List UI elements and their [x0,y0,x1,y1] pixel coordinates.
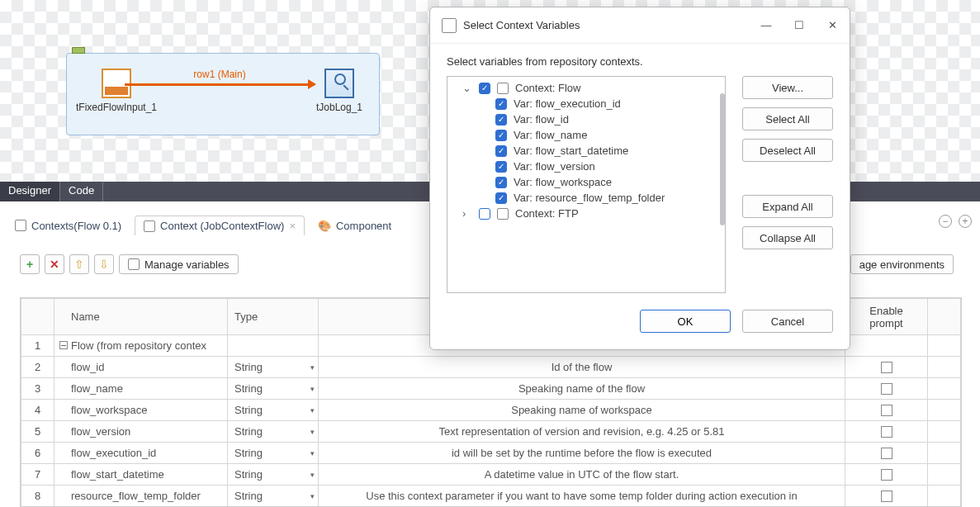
tree-var-row[interactable]: ✓Var: flow_id [447,111,725,127]
tree-context-ftp[interactable]: › Context: FTP [447,206,725,221]
view-button[interactable]: View... [742,76,833,99]
checkbox[interactable]: ✓ [495,161,507,173]
tree-var-row[interactable]: ✓Var: flow_name [447,127,725,143]
cell-type[interactable]: String▾ [228,421,319,443]
col-name[interactable]: Name [54,299,228,335]
tab-designer[interactable]: Designer [0,182,60,201]
cell-description[interactable]: Use this context parameter if you want t… [319,486,845,507]
flow-node-tfixedflowinput[interactable]: tFixedFlowInput_1 row1 (Main) [75,69,158,113]
table-row[interactable]: 6flow_execution_idString▾id will be set … [21,443,961,464]
cell-type[interactable]: String▾ [228,357,319,378]
checkbox[interactable]: ✓ [495,145,507,157]
subjob-box[interactable]: tFixedFlowInput_1 row1 (Main) tJobLog_1 [66,53,380,135]
tab-component[interactable]: 🎨 Component [310,216,400,235]
cancel-button[interactable]: Cancel [742,310,833,333]
cell-enable-prompt[interactable] [845,421,928,443]
add-button[interactable]: + [20,254,40,274]
cell-name[interactable]: flow_version [54,421,228,443]
cell-description[interactable]: Id of the flow [319,357,845,378]
cell-type[interactable]: String▾ [228,486,319,507]
dropdown-caret-icon[interactable]: ▾ [310,406,315,415]
tree-context-flow[interactable]: ⌄ ✓ Context: Flow [447,80,725,96]
table-row[interactable]: 2flow_idString▾Id of the flow [21,357,961,378]
col-enable-prompt[interactable]: Enable prompt [845,299,928,335]
cell-name[interactable]: flow_workspace [54,400,228,421]
collapse-all-button[interactable]: Collapse All [742,226,833,249]
select-all-button[interactable]: Select All [742,107,833,130]
cell-name[interactable]: flow_name [54,378,228,400]
subjob-handle[interactable] [72,47,85,54]
flow-node-tjoblog[interactable]: tJobLog_1 [298,69,381,113]
close-icon[interactable]: ✕ [826,19,838,31]
cell-name[interactable]: resource_flow_temp_folder [54,486,228,507]
cell-type[interactable] [228,335,319,357]
maximize-icon[interactable]: ☐ [793,19,805,31]
cell-description[interactable]: Speaking name of workspace [319,400,845,421]
cell-enable-prompt[interactable] [845,400,928,421]
cell-enable-prompt[interactable] [845,378,928,400]
checkbox[interactable] [881,426,892,438]
maximize-icon[interactable]: + [959,215,972,228]
checkbox[interactable]: ✓ [479,83,490,94]
minimize-icon[interactable]: − [939,215,952,228]
cell-type[interactable]: String▾ [228,464,319,486]
tree-var-row[interactable]: ✓Var: resource_flow_temp_folder [447,190,725,206]
table-row[interactable]: 3flow_nameString▾Speaking name of the fl… [21,378,961,400]
checkbox[interactable] [881,469,892,481]
cell-description[interactable]: Speaking name of the flow [319,378,845,400]
context-tree[interactable]: ⌄ ✓ Context: Flow ✓Var: flow_execution_i… [447,76,726,293]
manage-environments-button[interactable]: age environments [850,254,954,274]
tab-contexts[interactable]: Contexts(Flow 0.1) [7,216,130,235]
deselect-all-button[interactable]: Deselect All [742,139,833,162]
cell-type[interactable]: String▾ [228,443,319,464]
tree-var-row[interactable]: ✓Var: flow_start_datetime [447,143,725,159]
tree-var-row[interactable]: ✓Var: flow_workspace [447,174,725,190]
cell-name[interactable]: flow_execution_id [54,443,228,464]
table-row[interactable]: 4flow_workspaceString▾Speaking name of w… [21,400,961,421]
dropdown-caret-icon[interactable]: ▾ [310,449,315,457]
chevron-right-icon[interactable]: › [462,207,472,220]
checkbox[interactable]: ✓ [495,98,507,110]
dropdown-caret-icon[interactable]: ▾ [310,492,315,500]
chevron-down-icon[interactable]: ⌄ [462,82,472,94]
move-down-button[interactable]: ⇩ [94,254,114,274]
close-icon[interactable]: × [289,220,296,232]
cell-enable-prompt[interactable] [845,486,928,507]
tree-var-row[interactable]: ✓Var: flow_version [447,159,725,174]
cell-type[interactable]: String▾ [228,400,319,421]
tree-scrollbar[interactable] [720,93,725,225]
remove-button[interactable]: ✕ [45,254,64,274]
cell-name[interactable]: flow_id [54,357,228,378]
checkbox[interactable] [881,362,892,373]
checkbox[interactable] [479,208,490,220]
col-type[interactable]: Type [228,299,319,335]
cell-name[interactable]: flow_start_datetime [54,464,228,486]
flow-link[interactable]: row1 (Main) [125,83,315,86]
checkbox[interactable] [881,448,892,459]
cell-enable-prompt[interactable] [845,464,928,486]
dropdown-caret-icon[interactable]: ▾ [310,471,315,479]
ok-button[interactable]: OK [640,310,731,333]
dropdown-caret-icon[interactable]: ▾ [310,385,315,393]
checkbox[interactable]: ✓ [495,130,507,141]
cell-name[interactable]: Flow (from repository contex [54,335,228,357]
cell-description[interactable]: Text representation of version and revis… [319,421,845,443]
table-row[interactable]: 5flow_versionString▾Text representation … [21,421,961,443]
checkbox[interactable] [881,383,892,395]
cell-enable-prompt[interactable] [845,357,928,378]
table-row[interactable]: 8resource_flow_temp_folderString▾Use thi… [21,486,961,507]
checkbox[interactable]: ✓ [495,114,507,126]
cell-enable-prompt[interactable] [845,335,928,357]
expand-all-button[interactable]: Expand All [742,195,833,218]
tree-var-row[interactable]: ✓Var: flow_execution_id [447,96,725,111]
tab-context-job[interactable]: Context (JobContextFlow) × [135,216,305,235]
cell-type[interactable]: String▾ [228,378,319,400]
dropdown-caret-icon[interactable]: ▾ [310,363,315,372]
checkbox[interactable]: ✓ [495,192,507,204]
minimize-icon[interactable]: — [760,19,772,31]
cell-description[interactable]: id will be set by the runtime before the… [319,443,845,464]
checkbox[interactable] [881,405,892,416]
manage-variables-button[interactable]: Manage variables [119,254,239,274]
table-row[interactable]: 7flow_start_datetimeString▾A datetime va… [21,464,961,486]
move-up-button[interactable]: ⇧ [69,254,89,274]
